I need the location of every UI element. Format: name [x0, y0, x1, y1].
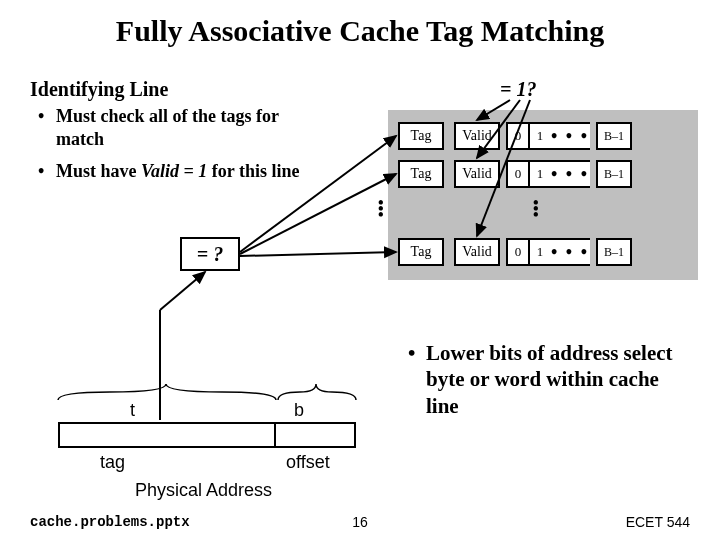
tag-cell: Tag: [398, 238, 444, 266]
identifying-heading: Identifying Line: [30, 78, 360, 101]
valid-cell: Valid: [454, 238, 500, 266]
footer-course: ECET 544: [626, 514, 690, 530]
byte-0: 0: [506, 160, 528, 188]
byte-1: 1: [528, 160, 550, 188]
svg-line-4: [240, 174, 396, 254]
addr-label-b: b: [294, 400, 304, 421]
byte-dots: • • •: [550, 238, 590, 266]
byte-dots: • • •: [550, 160, 590, 188]
cache-row-n: Tag Valid 0 1 • • • B–1: [398, 238, 632, 266]
byte-0: 0: [506, 122, 528, 150]
addr-text-tag: tag: [100, 452, 125, 473]
physical-address-label: Physical Address: [135, 480, 272, 501]
byte-last: B–1: [596, 238, 632, 266]
valid-cell: Valid: [454, 122, 500, 150]
byte-last: B–1: [596, 160, 632, 188]
cache-row-1: Tag Valid 0 1 • • • B–1: [398, 160, 632, 188]
bullet-lower: Lower bits of address select byte or wor…: [426, 340, 680, 419]
footer-page: 16: [0, 514, 720, 530]
byte-0: 0: [506, 238, 528, 266]
bullet-1: Must check all of the tags formatch: [56, 105, 360, 150]
lower-bullet: Lower bits of address select byte or wor…: [400, 340, 680, 419]
vdots-left: •••: [378, 200, 384, 218]
byte-1: 1: [528, 238, 550, 266]
svg-line-5: [240, 252, 396, 256]
tag-cell: Tag: [398, 122, 444, 150]
left-column: Identifying Line Must check all of the t…: [30, 78, 360, 183]
address-offset-field: [276, 422, 356, 448]
slide-title: Fully Associative Cache Tag Matching: [0, 0, 720, 54]
byte-last: B–1: [596, 122, 632, 150]
addr-text-offset: offset: [286, 452, 330, 473]
vdots-right: •••: [533, 200, 539, 218]
address-bar: [58, 422, 356, 448]
svg-line-7: [160, 272, 205, 310]
byte-dots: • • •: [550, 122, 590, 150]
bullet-2: Must have Valid = 1 for this line: [56, 160, 360, 183]
equals-one-label: = 1?: [500, 78, 536, 101]
valid-cell: Valid: [454, 160, 500, 188]
address-tag-field: [58, 422, 276, 448]
addr-label-t: t: [130, 400, 135, 421]
cache-row-0: Tag Valid 0 1 • • • B–1: [398, 122, 632, 150]
byte-1: 1: [528, 122, 550, 150]
equals-question-box: = ?: [180, 237, 240, 271]
tag-cell: Tag: [398, 160, 444, 188]
